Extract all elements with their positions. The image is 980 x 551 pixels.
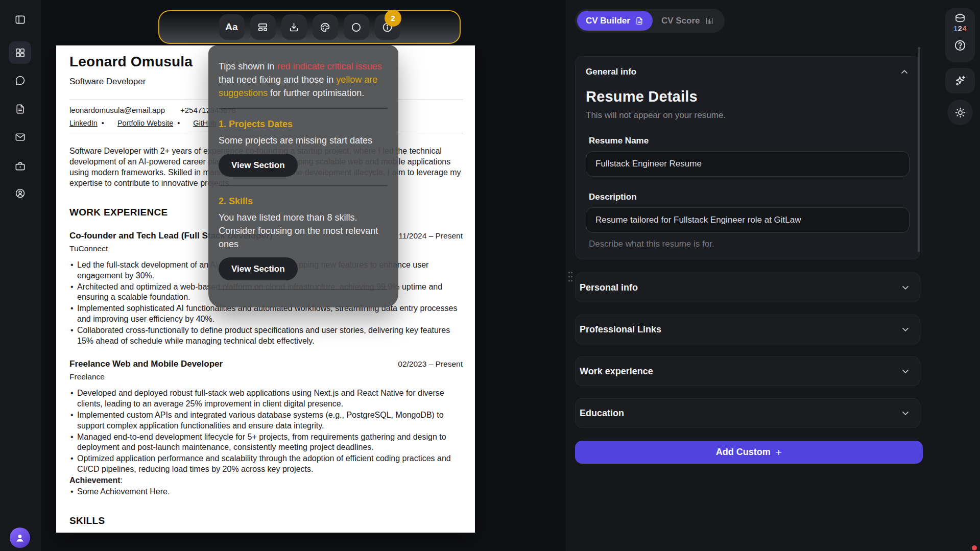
tab-cv-score[interactable]: CV Score [653, 11, 723, 31]
resume-link-portfolio[interactable]: Portfolio Website [117, 119, 173, 127]
left-sidebar [0, 0, 41, 551]
credits-count: 124 [953, 24, 967, 33]
notification-dot [972, 545, 977, 550]
add-custom-label: Add Custom [716, 447, 771, 458]
tab-label: CV Builder [586, 16, 630, 26]
divider [219, 185, 387, 186]
sidebar-toggle-icon[interactable] [9, 8, 31, 31]
achievement-label: Achievement: [69, 475, 463, 486]
general-info-header[interactable]: General info [586, 67, 910, 77]
resume-details-title: Resume Details [586, 88, 910, 105]
link-separator: • [102, 119, 104, 127]
accordion-label: Personal info [580, 282, 638, 293]
tab-label: CV Score [661, 16, 700, 26]
critical-issues-highlight: red indicate critical issues [277, 61, 381, 71]
job-dates: 02/2023 – Present [398, 360, 463, 369]
resume-name-label: Resume Name [586, 136, 910, 146]
plus-icon: + [776, 446, 782, 459]
job-bullets: Developed and deployed robust full-stack… [69, 388, 463, 474]
general-info-card: General info Resume Details This will no… [575, 56, 920, 259]
credits-widget[interactable]: 124 [945, 8, 975, 62]
chevron-up-icon[interactable] [899, 67, 910, 77]
palette-button[interactable] [313, 14, 338, 40]
tip-2-title: 2. Skills [219, 195, 387, 208]
theme-sun-icon [954, 106, 967, 119]
link-separator: • [177, 119, 180, 127]
ai-assistant-button[interactable] [945, 68, 975, 93]
tip-1-title: 1. Projects Dates [219, 117, 387, 131]
chevron-down-icon [900, 408, 911, 418]
resume-link-linkedin[interactable]: LinkedIn [69, 119, 98, 127]
chevron-down-icon [900, 282, 911, 293]
job-bullet: Developed and deployed robust full-stack… [69, 388, 463, 410]
job-bullet: Optimized application performance and sc… [69, 453, 463, 475]
circle-shape-button[interactable] [344, 14, 369, 40]
help-icon[interactable] [953, 39, 967, 54]
description-input[interactable] [586, 207, 910, 233]
cv-builder-doc-icon [635, 16, 644, 26]
job-entry: Freelance Web and Mobile Developer 02/20… [69, 359, 463, 497]
tips-intro: Tips shown in red indicate critical issu… [219, 60, 387, 100]
accordion-label: Professional Links [580, 324, 661, 335]
user-avatar[interactable] [10, 528, 30, 548]
tab-cv-builder[interactable]: CV Builder [577, 11, 653, 31]
typography-label: Aa [225, 21, 237, 33]
divider [219, 108, 387, 109]
theme-toggle-button[interactable] [947, 100, 973, 125]
profile-icon[interactable] [9, 182, 31, 204]
description-helper-text: Describe what this resume is for. [586, 239, 910, 249]
tip-1-description: Some projects are missing start dates [219, 134, 387, 147]
view-section-button[interactable]: View Section [219, 154, 298, 177]
coin-icon [954, 13, 966, 23]
achievement-list: Some Achievement Here. [69, 487, 463, 497]
panel-scrollbar[interactable] [918, 47, 920, 252]
accordion-professional-links[interactable]: Professional Links [575, 315, 920, 344]
general-info-label: General info [586, 67, 636, 77]
job-company: Freelance [69, 372, 463, 381]
accordion-education[interactable]: Education [575, 398, 920, 428]
achievement-item: Some Achievement Here. [69, 487, 463, 497]
layout-button[interactable] [250, 14, 276, 40]
description-label: Description [586, 192, 910, 202]
view-section-button[interactable]: View Section [219, 257, 298, 280]
job-title: Freelance Web and Mobile Developer [69, 359, 223, 369]
skills-heading: SKILLS [69, 515, 463, 526]
ai-sparkle-icon [953, 74, 967, 87]
chevron-down-icon [900, 366, 911, 376]
accordion-work-experience[interactable]: Work experience [575, 356, 920, 386]
job-bullet: Collaborated cross-functionally to defin… [69, 325, 463, 347]
briefcase-icon[interactable] [9, 155, 31, 177]
panel-tabs: CV Builder CV Score [575, 9, 725, 33]
resume-details-subtitle: This will not appear on your resume. [586, 110, 910, 121]
cv-score-chart-icon [705, 16, 714, 26]
panel-resize-handle[interactable] [567, 270, 574, 284]
chat-icon[interactable] [9, 69, 31, 91]
job-bullet: Managed end-to-end development lifecycle… [69, 432, 463, 453]
accordion-personal-info[interactable]: Personal info [575, 273, 920, 302]
tip-2-description: You have listed more than 8 skills. Cons… [219, 211, 387, 251]
download-button[interactable] [281, 14, 307, 40]
document-icon[interactable] [9, 98, 31, 120]
add-custom-button[interactable]: Add Custom + [575, 441, 923, 464]
tips-count-badge: 2 [385, 10, 401, 27]
dashboard-grid-icon[interactable] [9, 41, 31, 64]
document-toolbar: Aa 2 [158, 10, 461, 44]
job-bullet: Implemented custom APIs and integrated v… [69, 410, 463, 432]
job-dates: 11/2024 – Present [398, 231, 463, 241]
resume-name-input[interactable] [586, 151, 910, 177]
accordion-label: Work experience [580, 366, 653, 377]
accordion-label: Education [580, 408, 624, 419]
chevron-down-icon [900, 324, 911, 334]
typography-button[interactable]: Aa [219, 14, 245, 40]
mail-icon[interactable] [9, 126, 31, 148]
tips-popover: Tips shown in red indicate critical issu… [208, 45, 398, 307]
divider [219, 289, 387, 290]
resume-email: leonardomusula@email.app [69, 106, 165, 114]
